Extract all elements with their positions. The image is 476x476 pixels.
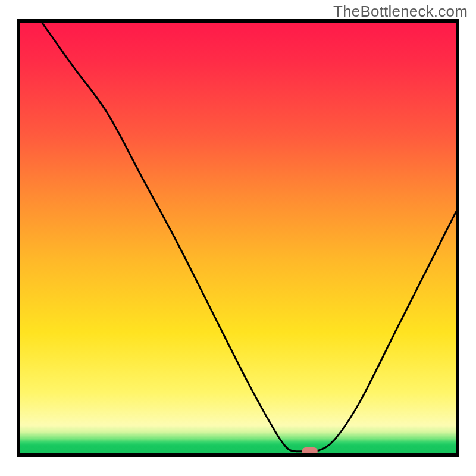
watermark-text: TheBottleneck.com: [333, 2, 468, 21]
axis-border-bottom: [17, 453, 459, 457]
bottleneck-curve: [42, 23, 456, 452]
plot-area: [20, 23, 456, 453]
curve-layer: [20, 23, 456, 453]
axis-border-right: [456, 19, 459, 457]
chart-frame: TheBottleneck.com: [0, 0, 476, 476]
optimal-marker: [302, 447, 318, 453]
